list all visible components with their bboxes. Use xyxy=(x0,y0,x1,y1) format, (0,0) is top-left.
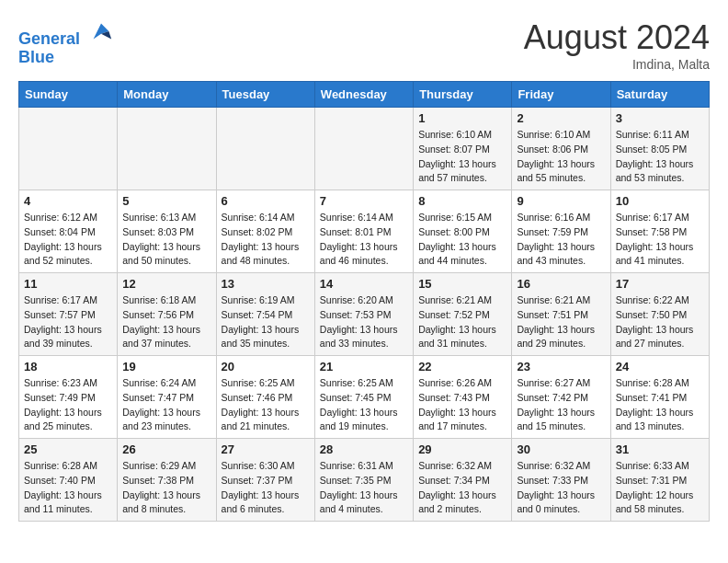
sunset-info: Sunset: 7:42 PM xyxy=(517,391,605,406)
weekday-header-thursday: Thursday xyxy=(414,82,512,108)
sunset-info: Sunset: 7:58 PM xyxy=(616,225,704,240)
daylight-hours: Daylight: 13 hours xyxy=(616,406,704,420)
calendar-cell: 10Sunrise: 6:17 AMSunset: 7:58 PMDayligh… xyxy=(610,190,709,273)
calendar-cell xyxy=(118,108,216,190)
sunrise-info: Sunrise: 6:16 AM xyxy=(517,211,605,225)
calendar-cell: 21Sunrise: 6:25 AMSunset: 7:45 PMDayligh… xyxy=(314,356,413,439)
daylight-hours: Daylight: 13 hours xyxy=(24,323,112,338)
calendar-cell: 14Sunrise: 6:20 AMSunset: 7:53 PMDayligh… xyxy=(314,273,413,356)
day-info: Sunrise: 6:29 AMSunset: 7:38 PMDaylight:… xyxy=(122,459,210,517)
svg-marker-0 xyxy=(94,24,109,40)
sunrise-info: Sunrise: 6:24 AM xyxy=(122,376,210,391)
day-info: Sunrise: 6:12 AMSunset: 8:04 PMDaylight:… xyxy=(24,211,112,269)
daylight-hours: Daylight: 13 hours xyxy=(320,240,408,255)
sunset-info: Sunset: 7:49 PM xyxy=(24,391,112,406)
week-row-4: 18Sunrise: 6:23 AMSunset: 7:49 PMDayligh… xyxy=(19,356,710,439)
sunset-info: Sunset: 7:38 PM xyxy=(122,474,210,488)
daylight-hours: Daylight: 13 hours xyxy=(418,157,506,172)
sunset-info: Sunset: 8:06 PM xyxy=(517,143,605,157)
calendar-cell: 31Sunrise: 6:33 AMSunset: 7:31 PMDayligh… xyxy=(610,439,709,522)
daylight-minutes: and 23 minutes. xyxy=(122,419,210,434)
daylight-minutes: and 21 minutes. xyxy=(222,419,310,434)
month-year: August 2024 xyxy=(524,18,710,57)
calendar-cell: 30Sunrise: 6:32 AMSunset: 7:33 PMDayligh… xyxy=(512,439,610,522)
daylight-hours: Daylight: 13 hours xyxy=(122,406,210,420)
sunset-info: Sunset: 7:43 PM xyxy=(418,391,506,406)
calendar-cell: 20Sunrise: 6:25 AMSunset: 7:46 PMDayligh… xyxy=(216,356,314,439)
day-info: Sunrise: 6:15 AMSunset: 8:00 PMDaylight:… xyxy=(418,211,506,269)
daylight-minutes: and 35 minutes. xyxy=(222,337,310,351)
sunrise-info: Sunrise: 6:29 AM xyxy=(122,459,210,474)
sunrise-info: Sunrise: 6:30 AM xyxy=(222,459,310,474)
sunrise-info: Sunrise: 6:19 AM xyxy=(222,293,310,308)
daylight-minutes: and 31 minutes. xyxy=(418,337,506,351)
calendar-cell xyxy=(216,108,314,190)
calendar-cell: 27Sunrise: 6:30 AMSunset: 7:37 PMDayligh… xyxy=(216,439,314,522)
calendar-cell: 28Sunrise: 6:31 AMSunset: 7:35 PMDayligh… xyxy=(314,439,413,522)
daylight-hours: Daylight: 13 hours xyxy=(222,323,310,338)
calendar-cell: 26Sunrise: 6:29 AMSunset: 7:38 PMDayligh… xyxy=(118,439,216,522)
location: Imdina, Malta xyxy=(524,57,710,72)
daylight-minutes: and 39 minutes. xyxy=(24,337,112,351)
sunset-info: Sunset: 8:00 PM xyxy=(418,225,506,240)
daylight-minutes: and 13 minutes. xyxy=(616,419,704,434)
daylight-minutes: and 8 minutes. xyxy=(122,502,210,517)
day-number: 29 xyxy=(418,442,506,456)
sunrise-info: Sunrise: 6:14 AM xyxy=(222,211,310,225)
day-info: Sunrise: 6:22 AMSunset: 7:50 PMDaylight:… xyxy=(616,293,704,351)
sunset-info: Sunset: 7:31 PM xyxy=(616,474,704,488)
calendar-cell: 25Sunrise: 6:28 AMSunset: 7:40 PMDayligh… xyxy=(19,439,118,522)
day-number: 11 xyxy=(24,277,112,291)
day-info: Sunrise: 6:17 AMSunset: 7:58 PMDaylight:… xyxy=(616,211,704,269)
sunset-info: Sunset: 8:05 PM xyxy=(616,143,704,157)
sunrise-info: Sunrise: 6:32 AM xyxy=(517,459,605,474)
sunrise-info: Sunrise: 6:26 AM xyxy=(418,376,506,391)
day-info: Sunrise: 6:26 AMSunset: 7:43 PMDaylight:… xyxy=(418,376,506,434)
day-number: 30 xyxy=(517,442,605,456)
daylight-hours: Daylight: 13 hours xyxy=(517,240,605,255)
day-number: 27 xyxy=(222,442,310,456)
daylight-minutes: and 25 minutes. xyxy=(24,419,112,434)
sunrise-info: Sunrise: 6:21 AM xyxy=(517,293,605,308)
logo-icon xyxy=(88,18,114,44)
sunset-info: Sunset: 7:51 PM xyxy=(517,308,605,323)
day-number: 14 xyxy=(320,277,408,291)
daylight-hours: Daylight: 12 hours xyxy=(616,488,704,503)
daylight-hours: Daylight: 13 hours xyxy=(616,157,704,172)
calendar-cell: 4Sunrise: 6:12 AMSunset: 8:04 PMDaylight… xyxy=(19,190,118,273)
sunrise-info: Sunrise: 6:15 AM xyxy=(418,211,506,225)
day-number: 23 xyxy=(517,360,605,373)
daylight-hours: Daylight: 13 hours xyxy=(24,240,112,255)
calendar-cell: 15Sunrise: 6:21 AMSunset: 7:52 PMDayligh… xyxy=(414,273,512,356)
logo: General Blue xyxy=(18,18,114,67)
daylight-minutes: and 55 minutes. xyxy=(517,171,605,186)
daylight-hours: Daylight: 13 hours xyxy=(616,240,704,255)
calendar-cell: 1Sunrise: 6:10 AMSunset: 8:07 PMDaylight… xyxy=(414,108,512,190)
day-info: Sunrise: 6:11 AMSunset: 8:05 PMDaylight:… xyxy=(616,128,704,186)
day-info: Sunrise: 6:25 AMSunset: 7:45 PMDaylight:… xyxy=(320,376,408,434)
calendar-cell: 9Sunrise: 6:16 AMSunset: 7:59 PMDaylight… xyxy=(512,190,610,273)
daylight-hours: Daylight: 13 hours xyxy=(517,488,605,503)
week-row-1: 1Sunrise: 6:10 AMSunset: 8:07 PMDaylight… xyxy=(19,108,710,190)
sunrise-info: Sunrise: 6:17 AM xyxy=(24,293,112,308)
week-row-5: 25Sunrise: 6:28 AMSunset: 7:40 PMDayligh… xyxy=(19,439,710,522)
day-info: Sunrise: 6:10 AMSunset: 8:06 PMDaylight:… xyxy=(517,128,605,186)
calendar-cell: 16Sunrise: 6:21 AMSunset: 7:51 PMDayligh… xyxy=(512,273,610,356)
daylight-hours: Daylight: 13 hours xyxy=(517,157,605,172)
sunset-info: Sunset: 7:53 PM xyxy=(320,308,408,323)
logo-blue: Blue xyxy=(18,48,54,66)
weekday-header-sunday: Sunday xyxy=(19,82,118,108)
week-row-3: 11Sunrise: 6:17 AMSunset: 7:57 PMDayligh… xyxy=(19,273,710,356)
daylight-minutes: and 53 minutes. xyxy=(616,171,704,186)
daylight-minutes: and 11 minutes. xyxy=(24,502,112,517)
day-info: Sunrise: 6:14 AMSunset: 8:01 PMDaylight:… xyxy=(320,211,408,269)
day-number: 1 xyxy=(418,111,506,125)
sunset-info: Sunset: 7:34 PM xyxy=(418,474,506,488)
daylight-minutes: and 57 minutes. xyxy=(418,171,506,186)
weekday-header-tuesday: Tuesday xyxy=(216,82,314,108)
day-info: Sunrise: 6:21 AMSunset: 7:51 PMDaylight:… xyxy=(517,293,605,351)
sunrise-info: Sunrise: 6:18 AM xyxy=(122,293,210,308)
day-info: Sunrise: 6:32 AMSunset: 7:34 PMDaylight:… xyxy=(418,459,506,517)
sunrise-info: Sunrise: 6:33 AM xyxy=(616,459,704,474)
sunset-info: Sunset: 8:07 PM xyxy=(418,143,506,157)
